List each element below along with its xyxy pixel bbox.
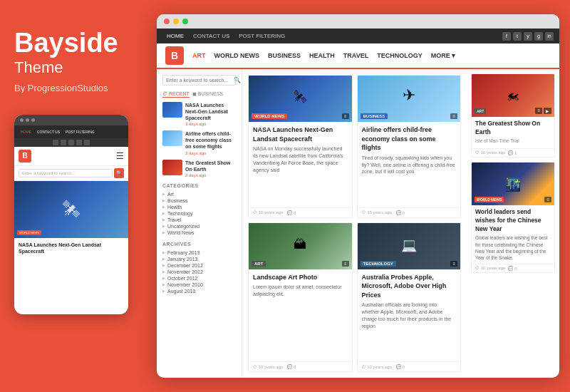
article-meta-nasa: ⏱ 10 years ago 💬 0 bbox=[249, 207, 352, 217]
sidebar-search-input[interactable] bbox=[163, 76, 232, 85]
sidebar-cat-uncategorized[interactable]: Uncategorized bbox=[162, 223, 236, 229]
article-excerpt-landscape: Lorem ipsum dolor sit amet, consectetur … bbox=[253, 284, 348, 298]
desktop-body: 🔍 ⏱ RECENT ◼ BUSINESS NASA Launches Next… bbox=[157, 69, 559, 378]
left-panel: Bayside Theme By ProgressionStudios HOME… bbox=[0, 0, 157, 336]
mobile-hamburger-icon[interactable]: ☰ bbox=[116, 151, 124, 161]
sidebar-nasa-date: 3 days ago bbox=[185, 122, 236, 126]
mobile-search-input[interactable]: Enter a keyword to search... bbox=[19, 169, 113, 177]
right-article-title-greatest[interactable]: The Greatest Show On Earth bbox=[475, 120, 551, 137]
sidebar-tab-recent[interactable]: ⏱ RECENT bbox=[162, 91, 190, 98]
right-badge-icons-greatest: ≡ ▶ bbox=[535, 108, 551, 114]
desktop-youtube-icon[interactable]: y bbox=[524, 32, 532, 41]
article-title-landscape[interactable]: Landscape Art Photo bbox=[253, 273, 348, 282]
right-article-body-greatest: The Greatest Show On Earth Isle of Man T… bbox=[472, 117, 554, 148]
mobile-logo: B bbox=[19, 150, 31, 163]
sidebar-cat-business[interactable]: Business bbox=[162, 197, 236, 204]
mobile-dot-2 bbox=[26, 118, 29, 122]
sidebar-archive-aug2010[interactable]: August 2010 bbox=[162, 288, 236, 294]
sidebar-archive-jan2013[interactable]: January 2013 bbox=[162, 256, 236, 262]
desktop-cat-business[interactable]: BUSINESS bbox=[268, 52, 301, 59]
sidebar-item-greatest-text: The Greatest Show On Earth 2 days ago bbox=[185, 160, 236, 177]
right-badge-chinese: WORLD NEWS bbox=[475, 197, 504, 202]
mobile-social-bar bbox=[14, 138, 128, 147]
sidebar-categories-title: CATEGORIES bbox=[162, 183, 236, 188]
desktop-cat-technology[interactable]: TECHNOLOGY bbox=[377, 52, 423, 59]
article-card-australia[interactable]: 💻 TECHNOLOGY ≡ Australia Probes Apple, M… bbox=[357, 222, 462, 372]
article-title-australia[interactable]: Australia Probes Apple, Microsoft, Adobe… bbox=[362, 273, 457, 300]
sidebar-cat-worldnews[interactable]: World News bbox=[162, 229, 236, 236]
sidebar-archive-nov2012[interactable]: November 2012 bbox=[162, 269, 236, 275]
desktop-nav-post[interactable]: POST FILTERING bbox=[234, 29, 289, 43]
sidebar-tabs: ⏱ RECENT ◼ BUSINESS bbox=[162, 91, 236, 98]
article-thumb-nasa: 🛰 WORLD NEWS ≡ bbox=[249, 76, 352, 122]
article-card-airline[interactable]: ✈ BUSINESS ≡ Airline offers child-free e… bbox=[357, 75, 462, 218]
desktop-nav-contact[interactable]: CONTACT US bbox=[189, 29, 234, 43]
mobile-nav-post[interactable]: POST FILTERING bbox=[63, 128, 97, 135]
mobile-search-bar: Enter a keyword to search... 🔍 bbox=[14, 166, 128, 181]
sidebar-cat-health[interactable]: Health bbox=[162, 204, 236, 210]
article-body-australia: Australia Probes Apple, Microsoft, Adobe… bbox=[358, 269, 461, 361]
mobile-hero-badge: WORLD NEWS bbox=[17, 230, 41, 235]
article-comments-landscape: 💬 0 bbox=[287, 364, 296, 369]
desktop-cat-travel[interactable]: TRAVEL bbox=[343, 52, 368, 59]
article-body-airline: Airline offers child-free economy class … bbox=[358, 122, 461, 207]
article-excerpt-australia: Australian officials are looking into wh… bbox=[362, 301, 457, 329]
desktop-cat-more[interactable]: MORE ▾ bbox=[431, 52, 456, 59]
mobile-nav-contact[interactable]: CONTACT US bbox=[35, 128, 62, 135]
sidebar-nasa-title[interactable]: NASA Launches Next-Gen Landsat Spacecraf… bbox=[185, 102, 236, 121]
sidebar-tab-business[interactable]: ◼ BUSINESS bbox=[192, 91, 223, 98]
sidebar-airline-date: 3 days ago bbox=[185, 151, 236, 155]
sidebar-archive-oct2012[interactable]: October 2012 bbox=[162, 275, 236, 282]
sidebar-greatest-title[interactable]: The Greatest Show On Earth bbox=[185, 160, 236, 172]
sidebar-archive-feb2013[interactable]: February 2013 bbox=[162, 249, 236, 256]
desktop-facebook-icon[interactable]: f bbox=[502, 32, 511, 41]
right-article-meta-chinese: ⏱ 10 years ago 💬 0 bbox=[472, 264, 554, 272]
article-meta-landscape: ⏱ 10 years ago 💬 0 bbox=[249, 361, 352, 371]
mobile-article-title: NASA Launches Next-Gen Landsat Spacecraf… bbox=[14, 238, 128, 256]
desktop-twitter-icon[interactable]: t bbox=[513, 32, 522, 41]
sidebar-search-button[interactable]: 🔍 bbox=[232, 76, 242, 85]
sidebar-cat-travel[interactable]: Travel bbox=[162, 217, 236, 223]
desktop-logo: B bbox=[165, 46, 184, 65]
desktop-google-icon[interactable]: g bbox=[534, 32, 543, 41]
article-badge-icons-nasa: ≡ bbox=[342, 113, 349, 119]
article-list-icon-2: ≡ bbox=[450, 113, 457, 119]
sidebar-recent-item-1: NASA Launches Next-Gen Landsat Spacecraf… bbox=[162, 102, 236, 126]
desktop-linkedin-icon[interactable]: in bbox=[545, 32, 554, 41]
desktop-cat-worldnews[interactable]: WORLD NEWS bbox=[214, 52, 260, 59]
article-title-nasa[interactable]: NASA Launches Next-Gen Landsat Spacecraf… bbox=[253, 125, 348, 143]
right-comments-chinese: 💬 0 bbox=[508, 266, 517, 271]
sidebar-airline-title[interactable]: Airline offers child-free economy class … bbox=[185, 130, 236, 150]
sidebar-archive-nov2010[interactable]: November 2010 bbox=[162, 282, 236, 288]
article-title-airline[interactable]: Airline offers child-free economy class … bbox=[362, 125, 457, 153]
brand-by: By ProgressionStudios bbox=[14, 83, 142, 93]
sidebar-archive-dec2012[interactable]: December 2012 bbox=[162, 262, 236, 269]
article-comments-australia: 💬 0 bbox=[396, 364, 405, 369]
article-card-landscape[interactable]: 🏔 ART ≡ Landscape Art Photo Lorem ipsum … bbox=[248, 222, 353, 372]
desktop-sidebar: 🔍 ⏱ RECENT ◼ BUSINESS NASA Launches Next… bbox=[157, 69, 242, 378]
article-comments-nasa: 💬 0 bbox=[287, 210, 296, 215]
titlebar-maximize-dot bbox=[182, 19, 188, 24]
right-article-chinese[interactable]: 🌃 WORLD NEWS ≡ World leaders send wishes… bbox=[471, 162, 555, 273]
mobile-search-button[interactable]: 🔍 bbox=[114, 168, 124, 178]
mobile-dot-1 bbox=[20, 118, 24, 122]
article-card-nasa[interactable]: 🛰 WORLD NEWS ≡ NASA Launches Next-Gen La… bbox=[248, 75, 353, 218]
desktop-nav-home[interactable]: HOME bbox=[162, 29, 188, 43]
article-excerpt-nasa: NASA on Monday successfully launched its… bbox=[253, 145, 348, 173]
sidebar-archives-title: ARCHIVES bbox=[162, 242, 236, 247]
sidebar-recent-item-3: The Greatest Show On Earth 2 days ago bbox=[162, 160, 236, 177]
desktop-cat-health[interactable]: HEALTH bbox=[309, 52, 335, 59]
right-thumb-chinese: 🌃 WORLD NEWS ≡ bbox=[472, 163, 554, 205]
right-badge-greatest-art: ART bbox=[475, 108, 486, 114]
mobile-nav-home[interactable]: HOME bbox=[19, 128, 33, 135]
sidebar-cat-technology[interactable]: Technology bbox=[162, 210, 236, 217]
right-thumb-greatest: 🏍 ART ≡ ▶ bbox=[472, 74, 554, 117]
right-video-icon: ▶ bbox=[544, 108, 551, 114]
right-article-title-chinese[interactable]: World leaders send wishes for the Chines… bbox=[475, 208, 551, 234]
mobile-google-icon bbox=[76, 140, 82, 145]
sidebar-cat-art[interactable]: Art bbox=[162, 191, 236, 197]
desktop-cat-art[interactable]: ART bbox=[192, 52, 206, 59]
sidebar-item-airline-text: Airline offers child-free economy class … bbox=[185, 130, 236, 155]
right-article-greatest[interactable]: 🏍 ART ≡ ▶ The Greatest Show On Earth Isl… bbox=[471, 73, 555, 158]
desktop-mockup: HOME CONTACT US POST FILTERING f t y g i… bbox=[157, 14, 559, 378]
